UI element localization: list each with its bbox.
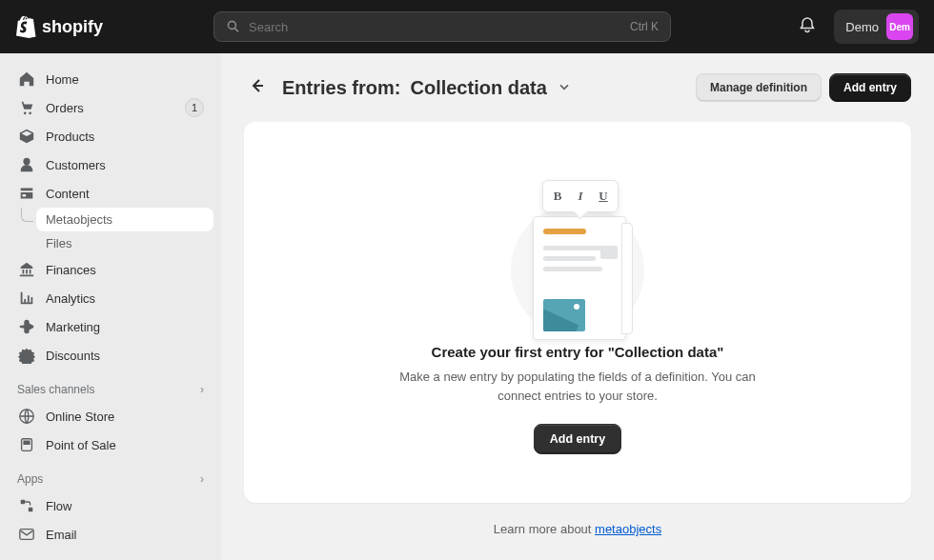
analytics-icon: [17, 289, 36, 308]
empty-state-illustration: B I U: [506, 170, 649, 332]
finances-icon: [17, 260, 36, 279]
notifications-button[interactable]: [792, 10, 822, 44]
content-icon: [17, 184, 36, 203]
metaobjects-link[interactable]: metaobjects: [595, 522, 661, 536]
sidebar-item-discounts[interactable]: Discounts: [8, 341, 213, 370]
sidebar-item-content[interactable]: Content: [8, 179, 213, 208]
pos-icon: [17, 435, 36, 454]
sidebar-item-customers[interactable]: Customers: [8, 150, 213, 179]
title-dropdown[interactable]: [557, 77, 572, 99]
search-input[interactable]: Ctrl K: [213, 11, 671, 42]
user-menu[interactable]: Demo Dem: [834, 10, 919, 44]
customers-icon: [17, 155, 36, 174]
chevron-down-icon: [557, 79, 572, 94]
apps-header[interactable]: Apps ›: [8, 459, 213, 491]
sidebar-item-products[interactable]: Products: [8, 122, 213, 150]
add-entry-button[interactable]: Add entry: [829, 73, 911, 102]
search-shortcut: Ctrl K: [630, 20, 659, 33]
email-icon: [17, 525, 36, 544]
sidebar-item-analytics[interactable]: Analytics: [8, 284, 213, 312]
user-name: Demo: [845, 20, 879, 34]
shopify-logo[interactable]: shopify: [15, 15, 103, 38]
avatar: Dem: [886, 13, 913, 40]
sales-channels-header[interactable]: Sales channels ›: [8, 370, 213, 402]
page-title: Entries from: Collection data: [282, 77, 572, 99]
svg-rect-2: [23, 441, 30, 446]
svg-rect-3: [21, 500, 26, 505]
sidebar-item-flow[interactable]: Flow: [8, 491, 213, 520]
sidebar: Home Orders 1 Products Customers Content…: [0, 53, 221, 560]
discounts-icon: [17, 346, 36, 365]
underline-icon: U: [593, 187, 614, 206]
empty-state-card: B I U Create your first entry for "Colle…: [244, 122, 911, 503]
sidebar-item-online-store[interactable]: Online Store: [8, 402, 213, 430]
products-icon: [17, 127, 36, 146]
empty-state-description: Make a new entry by populating the field…: [387, 368, 768, 405]
sidebar-item-metaobjects[interactable]: Metaobjects: [36, 208, 213, 231]
online-store-icon: [17, 407, 36, 426]
orders-badge: 1: [185, 98, 204, 117]
search-icon: [226, 19, 241, 34]
brand-text: shopify: [42, 17, 103, 37]
sidebar-item-email[interactable]: Email: [8, 520, 213, 549]
arrow-left-icon: [248, 76, 267, 95]
bell-icon: [798, 15, 817, 34]
sidebar-item-orders[interactable]: Orders 1: [8, 93, 213, 122]
back-button[interactable]: [244, 72, 271, 103]
chevron-right-icon: ›: [200, 383, 204, 396]
sidebar-item-files[interactable]: Files: [36, 231, 213, 255]
sidebar-item-home[interactable]: Home: [8, 65, 213, 93]
manage-definition-button[interactable]: Manage definition: [696, 73, 822, 102]
marketing-icon: [17, 317, 36, 336]
sidebar-item-marketing[interactable]: Marketing: [8, 312, 213, 341]
svg-rect-4: [29, 508, 33, 512]
home-icon: [17, 70, 36, 89]
chevron-right-icon: ›: [200, 472, 204, 486]
flow-icon: [17, 496, 36, 515]
empty-state-title: Create your first entry for "Collection …: [432, 344, 724, 360]
sidebar-item-finances[interactable]: Finances: [8, 255, 213, 284]
svg-rect-5: [20, 530, 33, 540]
search-field[interactable]: [249, 20, 622, 34]
orders-icon: [17, 98, 36, 117]
sidebar-item-pos[interactable]: Point of Sale: [8, 430, 213, 459]
add-entry-cta-button[interactable]: Add entry: [534, 424, 621, 454]
bold-icon: B: [547, 187, 568, 206]
italic-icon: I: [570, 187, 591, 206]
learn-more-text: Learn more about metaobjects: [244, 522, 911, 536]
